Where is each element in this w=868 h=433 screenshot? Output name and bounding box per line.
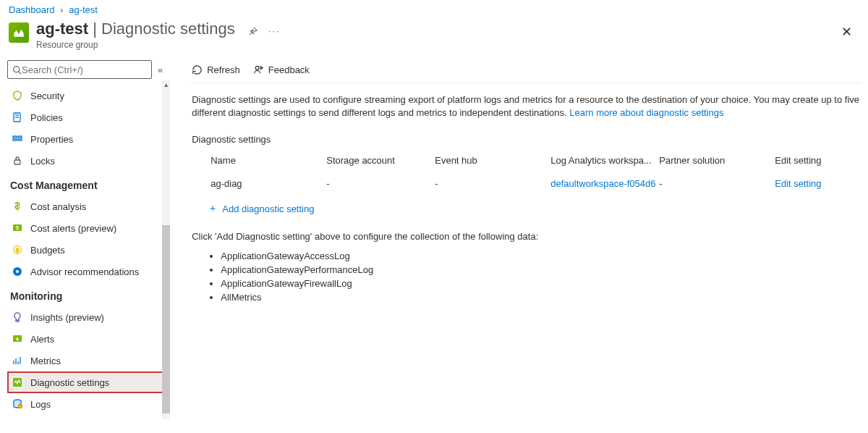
svg-text:$: $ xyxy=(16,224,20,231)
more-icon[interactable]: ··· xyxy=(268,25,281,36)
search-box[interactable] xyxy=(7,60,152,79)
sidebar-item-label: Security xyxy=(30,91,64,101)
sidebar-item-label: Locks xyxy=(30,156,55,167)
data-collection-list: ApplicationGatewayAccessLogApplicationGa… xyxy=(192,246,861,304)
advisor-icon xyxy=(12,266,23,277)
table-label: Diagnostic settings xyxy=(192,127,861,149)
data-list-item: ApplicationGatewayFirewallLog xyxy=(221,277,861,290)
data-collection-description: Click 'Add Diagnostic setting' above to … xyxy=(192,222,861,246)
column-header: Event hub xyxy=(435,155,550,166)
table-header-row: NameStorage accountEvent hubLog Analytic… xyxy=(192,149,861,172)
svg-line-1 xyxy=(19,71,21,73)
cell-storage: - xyxy=(326,178,435,189)
cell-eventhub: - xyxy=(435,178,550,189)
sidebar-item-label: Cost analysis xyxy=(30,201,86,212)
svg-rect-9 xyxy=(14,160,20,164)
diag-icon xyxy=(12,377,23,388)
svg-point-15 xyxy=(16,270,19,273)
sidebar-heading-monitoring: Monitoring xyxy=(7,282,170,306)
add-diagnostic-setting-button[interactable]: ＋ Add diagnostic setting xyxy=(192,195,861,222)
sidebar-item-security[interactable]: Security xyxy=(7,85,170,106)
description: Diagnostic settings are used to configur… xyxy=(192,83,861,127)
sidebar-item-label: Budgets xyxy=(30,245,65,256)
edit-setting-link[interactable]: Edit setting xyxy=(775,178,821,189)
sidebar-item-label: Advisor recommendations xyxy=(30,266,139,277)
data-list-item: AllMetrics xyxy=(221,290,861,304)
refresh-button[interactable]: Refresh xyxy=(192,64,240,75)
column-header: Partner solution xyxy=(659,155,775,166)
collapse-sidebar-button[interactable]: « xyxy=(158,64,163,75)
feedback-button[interactable]: Feedback xyxy=(253,64,310,75)
page-title: ag-test | Diagnostic settings xyxy=(36,20,235,38)
sidebar-item-insights-preview-[interactable]: Insights (preview) xyxy=(7,306,170,328)
cell-workspace: defaultworkspace-f054d6 xyxy=(550,178,659,189)
sidebar-item-alerts[interactable]: Alerts xyxy=(7,328,170,350)
breadcrumb-root[interactable]: Dashboard xyxy=(9,4,55,15)
resource-group-icon xyxy=(9,22,29,43)
sidebar-item-metrics[interactable]: Metrics xyxy=(7,350,170,371)
svg-rect-5 xyxy=(13,136,17,138)
insights-icon xyxy=(12,311,23,323)
costalert-icon: $ xyxy=(12,222,23,234)
page-header: ag-test | Diagnostic settings Resource g… xyxy=(0,17,868,56)
data-list-item: ApplicationGatewayPerformanceLog xyxy=(221,263,861,277)
logs-icon xyxy=(12,398,23,410)
sidebar-item-label: Insights (preview) xyxy=(30,312,104,323)
props-icon xyxy=(12,133,23,145)
sidebar: « SecurityPoliciesPropertiesLocksCost Ma… xyxy=(0,56,170,419)
svg-point-0 xyxy=(14,66,20,72)
title-sub: Diagnostic settings xyxy=(101,20,235,38)
close-button[interactable]: ✕ xyxy=(834,20,859,44)
lock-icon xyxy=(12,155,23,167)
sidebar-item-properties[interactable]: Properties xyxy=(7,128,170,150)
sidebar-item-advisor-recommendations[interactable]: Advisor recommendations xyxy=(7,261,170,282)
sidebar-item-logs[interactable]: Logs xyxy=(7,393,170,415)
sidebar-scrollbar[interactable]: ▲ ▼ xyxy=(162,80,170,419)
breadcrumb-current[interactable]: ag-test xyxy=(69,4,98,15)
cost-icon xyxy=(12,201,23,212)
sidebar-item-policies[interactable]: Policies xyxy=(7,106,170,128)
sidebar-item-label: Properties xyxy=(30,134,73,145)
policy-icon xyxy=(12,112,23,123)
scrollbar-thumb[interactable] xyxy=(162,225,170,413)
column-header: Log Analytics workspa... xyxy=(550,155,659,166)
svg-point-24 xyxy=(19,405,22,408)
sidebar-item-label: Diagnostic settings xyxy=(30,377,109,388)
main-content: Refresh Feedback Diagnostic settings are… xyxy=(170,56,868,419)
svg-rect-16 xyxy=(16,321,19,322)
cell-name: ag-diag xyxy=(210,178,326,189)
sidebar-item-diagnostic-settings[interactable]: Diagnostic settings xyxy=(7,371,170,393)
search-input[interactable] xyxy=(22,64,147,75)
metrics-icon xyxy=(12,355,23,366)
title-main: ag-test xyxy=(36,20,88,38)
table-row: ag-diag--defaultworkspace-f054d6-Edit se… xyxy=(192,172,861,195)
workspace-link[interactable]: defaultworkspace-f054d6 xyxy=(550,178,655,189)
sidebar-item-locks[interactable]: Locks xyxy=(7,150,170,172)
cell-edit: Edit setting xyxy=(775,178,861,189)
page-subtitle: Resource group xyxy=(36,40,235,50)
breadcrumb-separator: › xyxy=(60,4,63,15)
sidebar-item-cost-alerts-preview-[interactable]: $Cost alerts (preview) xyxy=(7,217,170,239)
sidebar-item-budgets[interactable]: $Budgets xyxy=(7,239,170,261)
plus-icon: ＋ xyxy=(208,202,218,215)
diagnostic-settings-table: NameStorage accountEvent hubLog Analytic… xyxy=(192,149,861,222)
breadcrumb: Dashboard › ag-test xyxy=(0,0,868,17)
budget-icon: $ xyxy=(12,244,23,256)
column-header: Name xyxy=(210,155,326,166)
pin-icon[interactable] xyxy=(248,26,258,36)
svg-rect-7 xyxy=(18,136,22,138)
search-icon xyxy=(12,65,22,75)
feedback-icon xyxy=(253,64,264,75)
toolbar: Refresh Feedback xyxy=(192,60,861,83)
sidebar-item-label: Metrics xyxy=(30,356,61,366)
data-list-item: ApplicationGatewayAccessLog xyxy=(221,249,861,263)
sidebar-item-cost-analysis[interactable]: Cost analysis xyxy=(7,196,170,217)
sidebar-item-label: Alerts xyxy=(30,334,54,345)
svg-rect-6 xyxy=(13,139,17,140)
learn-more-link[interactable]: Learn more about diagnostic settings xyxy=(569,107,723,118)
svg-point-25 xyxy=(255,66,259,70)
svg-rect-8 xyxy=(18,139,22,140)
column-header: Storage account xyxy=(326,155,435,166)
refresh-icon xyxy=(192,64,203,75)
scroll-up-icon[interactable]: ▲ xyxy=(162,80,170,89)
